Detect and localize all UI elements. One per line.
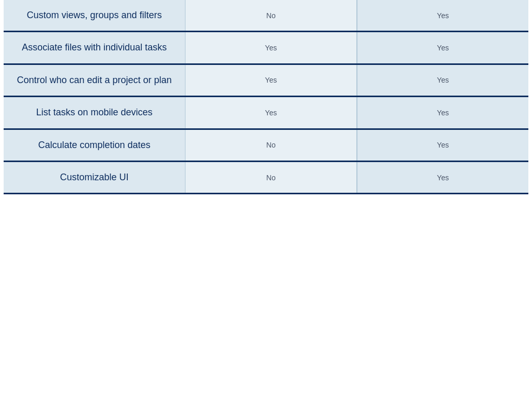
feature-label: Associate files with individual tasks xyxy=(22,42,167,54)
feature-label: Calculate completion dates xyxy=(38,139,150,151)
feature-cell: Custom views, groups and filters xyxy=(4,0,185,31)
col1-cell: Yes xyxy=(185,32,357,63)
col1-value: No xyxy=(267,11,276,20)
feature-cell: Associate files with individual tasks xyxy=(4,32,185,63)
feature-cell: List tasks on mobile devices xyxy=(4,97,185,128)
col2-value: Yes xyxy=(437,76,449,84)
table-row: Control who can edit a project or planYe… xyxy=(4,65,528,97)
col1-cell: Yes xyxy=(185,97,357,128)
feature-label: List tasks on mobile devices xyxy=(36,107,152,118)
col2-cell: Yes xyxy=(357,130,528,161)
col2-cell: Yes xyxy=(357,65,528,96)
table-row: Associate files with individual tasksYes… xyxy=(4,32,528,64)
col2-value: Yes xyxy=(437,109,449,117)
col1-cell: No xyxy=(185,130,357,161)
col2-value: Yes xyxy=(437,174,449,182)
feature-label: Customizable UI xyxy=(60,171,128,183)
feature-label: Custom views, groups and filters xyxy=(26,9,162,21)
col1-value: Yes xyxy=(265,76,277,84)
table-row: Custom views, groups and filtersNoYes xyxy=(4,0,528,32)
feature-cell: Control who can edit a project or plan xyxy=(4,65,185,96)
col2-value: Yes xyxy=(437,44,449,52)
table-row: Customizable UINoYes xyxy=(4,162,528,194)
col1-cell: No xyxy=(185,0,357,31)
col1-value: Yes xyxy=(265,109,277,117)
col1-cell: Yes xyxy=(185,65,357,96)
col1-value: No xyxy=(267,141,276,149)
col2-cell: Yes xyxy=(357,97,528,128)
feature-cell: Customizable UI xyxy=(4,162,185,193)
table-row: Calculate completion datesNoYes xyxy=(4,130,528,162)
feature-label: Control who can edit a project or plan xyxy=(17,74,171,86)
feature-cell: Calculate completion dates xyxy=(4,130,185,161)
col2-cell: Yes xyxy=(357,0,528,31)
col2-cell: Yes xyxy=(357,32,528,63)
col2-value: Yes xyxy=(437,141,449,149)
col1-value: No xyxy=(267,174,276,182)
table-row: List tasks on mobile devicesYesYes xyxy=(4,97,528,129)
comparison-table: Custom views, groups and filtersNoYesAss… xyxy=(4,0,528,194)
col2-value: Yes xyxy=(437,11,449,20)
col1-cell: No xyxy=(185,162,357,193)
col2-cell: Yes xyxy=(357,162,528,193)
col1-value: Yes xyxy=(265,44,277,52)
